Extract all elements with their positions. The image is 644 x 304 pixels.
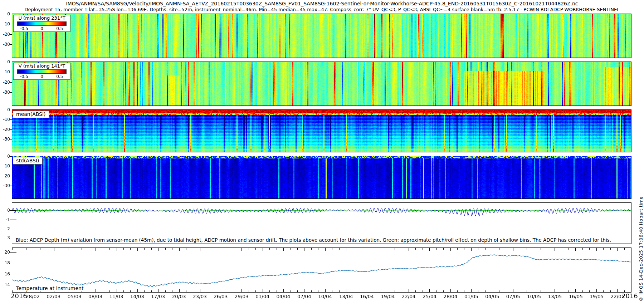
x-tick-date-label: 28/04 [444, 294, 458, 299]
y-tick-mark [10, 285, 12, 285]
y-tick-label: -3 [0, 235, 10, 240]
y-tick-mark [10, 139, 12, 139]
colorbar-tick-pos: 0.5 [56, 74, 63, 79]
v-velocity-heatmap [12, 62, 631, 106]
v-colorbar-legend: V (m/s) along 141°T -0.5 0 0.5 [13, 63, 70, 80]
y-tick-mark [10, 62, 12, 62]
temperature-panel: Temperature at instrument 20181614 [12, 247, 631, 293]
y-tick-mark [10, 72, 12, 72]
x-axis-date-labels: 28/0202/0305/0308/0311/0314/0317/0320/03… [12, 294, 631, 301]
y-tick-mark [10, 14, 12, 14]
depth-variation-panel: Blue: ADCP Depth (m) variation from sens… [12, 202, 631, 244]
x-tick-date-label: 01/04 [255, 294, 269, 299]
colorbar-tick-neg: -0.5 [20, 74, 28, 79]
y-tick-label: 0 [0, 107, 10, 112]
y-tick-label: -1 [0, 217, 10, 222]
y-tick-mark [10, 24, 12, 24]
y-tick-mark [10, 129, 12, 130]
colorbar-tick-pos: 0.5 [56, 26, 63, 31]
y-tick-mark [10, 44, 12, 45]
u-colorbar-legend: U (m/s) along 231°T -0.5 0 0.5 [13, 15, 70, 32]
x-tick-date-label: 22/04 [402, 294, 416, 299]
y-tick-mark-inner [12, 210, 16, 211]
u-colorbar-ticks: -0.5 0 0.5 [17, 26, 67, 31]
v-colorbar-ticks: -0.5 0 0.5 [17, 74, 67, 79]
y-tick-mark [10, 220, 12, 220]
x-tick-date-label: 08/03 [88, 294, 102, 299]
x-tick-date-label: 14/03 [130, 294, 144, 299]
v-legend-title: V (m/s) along 141°T [16, 63, 67, 69]
x-tick-date-label: 28/02 [26, 294, 40, 299]
x-tick-date-label: 16/05 [569, 294, 583, 299]
figure-subtitle-deployment: Deployment 15, member 1 lat=35.25S lon=1… [0, 7, 644, 12]
x-tick-date-label: 23/03 [193, 294, 207, 299]
y-tick-label: -10 [0, 117, 10, 122]
y-tick-label: -20 [0, 173, 10, 178]
y-tick-mark-inner [12, 263, 16, 263]
colorbar-tick-zero: 0 [40, 74, 43, 79]
y-tick-label: -30 [0, 90, 10, 95]
y-tick-label: -20 [0, 32, 10, 37]
x-tick-date-label: 17/03 [151, 294, 165, 299]
y-tick-label: -2 [0, 226, 10, 231]
temperature-label: Temperature at instrument [15, 285, 84, 291]
std-absi-panel: std(ABSI) 0-10-20-30 [12, 156, 631, 199]
x-tick-date-label: 07/04 [297, 294, 311, 299]
x-tick-date-label: 13/04 [339, 294, 353, 299]
x-tick-date-label: 20/03 [172, 294, 186, 299]
y-tick-label: -20 [0, 127, 10, 132]
y-tick-label: -10 [0, 163, 10, 168]
u-velocity-heatmap [12, 14, 631, 58]
y-tick-mark-inner [12, 229, 16, 229]
x-axis-year-right: 2016 [621, 292, 638, 300]
u-velocity-panel: U (m/s) along 231°T -0.5 0 0.5 0-10-20-3… [12, 14, 631, 58]
y-tick-mark [10, 92, 12, 93]
y-tick-mark [10, 110, 12, 110]
mean-absi-heatmap [12, 110, 631, 152]
imos-copyright-watermark: © IMOS 14-Dec-2025 17:06:40 Hobart time [638, 196, 644, 302]
figure-title-filename: IMOS/ANMN/SA/SAM8SG/Velocity/IMOS_ANMN-S… [0, 1, 644, 6]
adcp-velocity-figure: IMOS/ANMN/SA/SAM8SG/Velocity/IMOS_ANMN-S… [0, 0, 644, 304]
x-tick-date-label: 05/03 [68, 294, 82, 299]
x-tick-date-label: 26/03 [214, 294, 228, 299]
y-tick-mark [10, 252, 12, 252]
y-tick-mark [10, 229, 12, 229]
y-tick-label: -30 [0, 137, 10, 142]
x-tick-date-label: 29/03 [235, 294, 249, 299]
y-tick-mark-inner [12, 285, 16, 285]
y-tick-label: 0 [0, 59, 10, 64]
y-tick-label: -10 [0, 69, 10, 74]
x-tick-date-label: 07/05 [506, 294, 520, 299]
y-tick-label: 0 [0, 208, 10, 213]
y-tick-mark [10, 263, 12, 263]
u-legend-title: U (m/s) along 231°T [16, 15, 67, 21]
y-tick-mark [10, 166, 12, 166]
y-tick-label: -30 [0, 42, 10, 47]
v-velocity-panel: V (m/s) along 141°T -0.5 0 0.5 0-10-20-3… [12, 62, 631, 106]
mean-absi-label: mean(ABSI) [13, 111, 49, 118]
y-tick-label: 0 [0, 11, 10, 16]
x-tick-date-label: 10/05 [527, 294, 541, 299]
u-colorbar-gradient [17, 21, 67, 26]
colorbar-tick-zero: 0 [40, 26, 43, 31]
x-axis-year-left: 2016 [11, 292, 27, 300]
std-absi-label: std(ABSI) [13, 157, 43, 165]
y-tick-label: 0 [0, 154, 10, 159]
colorbar-tick-neg: -0.5 [20, 26, 28, 31]
temperature-lineplot [12, 248, 631, 292]
y-tick-mark [10, 238, 12, 238]
y-tick-mark [10, 186, 12, 186]
x-tick-date-label: 11/03 [109, 294, 123, 299]
y-tick-label: -20 [0, 80, 10, 85]
x-tick-date-label: 19/04 [381, 294, 395, 299]
v-colorbar-gradient [17, 69, 67, 74]
y-tick-label: 16 [0, 271, 10, 276]
mean-absi-panel: mean(ABSI) 0-10-20-30 [12, 109, 631, 152]
y-tick-label: -10 [0, 21, 10, 26]
x-tick-date-label: 01/05 [464, 294, 478, 299]
x-tick-date-label: 10/04 [318, 294, 332, 299]
x-tick-date-label: 16/04 [360, 294, 374, 299]
std-absi-heatmap [12, 156, 631, 198]
x-tick-date-label: 13/05 [548, 294, 562, 299]
y-tick-mark [10, 210, 12, 211]
